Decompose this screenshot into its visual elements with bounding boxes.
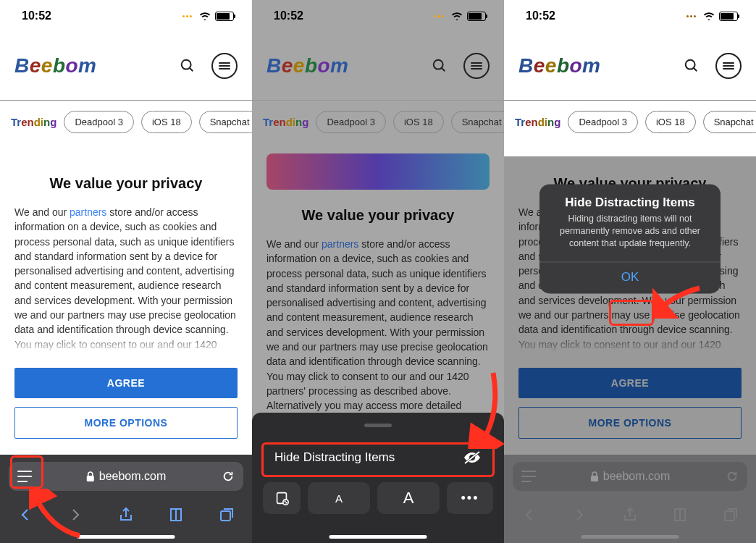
url-bar: beebom.com [513, 462, 747, 491]
battery-icon [215, 12, 234, 21]
hide-distracting-label: Hide Distracting Items [274, 450, 395, 465]
hamburger-menu-icon[interactable] [715, 53, 742, 79]
reader-button [521, 471, 536, 482]
trending-pill[interactable]: iOS 18 [141, 111, 192, 133]
search-icon[interactable] [679, 53, 705, 79]
bookmarks-icon[interactable] [168, 506, 185, 523]
trending-pill[interactable]: Deadpool 3 [64, 111, 134, 133]
share-icon [621, 506, 639, 523]
svg-line-1 [190, 68, 193, 72]
hamburger-menu-icon[interactable] [211, 53, 238, 79]
search-icon[interactable] [175, 53, 201, 79]
tabs-icon [722, 506, 739, 523]
font-larger-button[interactable]: A [377, 482, 440, 514]
status-bar: 10:52 [504, 0, 756, 32]
wifi-icon [703, 12, 715, 20]
more-options-button[interactable]: MORE OPTIONS [518, 407, 742, 439]
phone-3: 10:52 Beebom Trending Deadpool 3 iOS 18 … [504, 0, 756, 543]
forward-icon [571, 506, 588, 523]
share-icon[interactable] [117, 506, 135, 523]
site-logo[interactable]: Beebom [518, 54, 601, 77]
page-header: Beebom [504, 32, 756, 101]
status-time: 10:52 [22, 9, 51, 22]
lock-icon [86, 471, 95, 481]
trending-pill[interactable]: iOS 18 [645, 111, 696, 133]
bookmarks-icon [672, 506, 689, 523]
status-time: 10:52 [526, 9, 555, 22]
home-indicator[interactable] [329, 535, 427, 539]
status-bar: 10:52 [252, 0, 504, 32]
tabs-icon[interactable] [218, 506, 235, 523]
safari-bottom-bar: beebom.com [504, 455, 756, 543]
status-bar: 10:52 [0, 0, 252, 32]
trending-bar: Trending Deadpool 3 iOS 18 Snapchat R [0, 101, 252, 143]
home-indicator[interactable] [77, 535, 175, 539]
more-button[interactable]: ••• [447, 482, 493, 514]
svg-rect-2 [87, 476, 94, 481]
svg-point-12 [686, 60, 695, 70]
site-logo[interactable]: Beebom [14, 54, 97, 77]
trending-label: Trending [515, 116, 560, 128]
page-header: Beebom [0, 32, 252, 101]
alert-message: Hiding distracting items will not perman… [539, 213, 721, 261]
eye-slash-icon [463, 450, 482, 465]
reader-button[interactable] [17, 471, 32, 482]
url-text: beebom.com [99, 470, 167, 483]
battery-icon [467, 12, 486, 21]
svg-line-13 [694, 68, 697, 72]
reader-bottom-sheet: Hide Distracting Items A A ••• [252, 413, 504, 543]
font-smaller-button[interactable]: A [308, 482, 370, 514]
svg-point-10 [283, 500, 288, 505]
safari-bottom-bar: beebom.com [0, 455, 252, 543]
privacy-title: We value your privacy [14, 175, 238, 192]
battery-icon [719, 12, 738, 21]
phone-1: 10:52 Beebom Trending Deadpool 3 iOS 18 … [0, 0, 252, 543]
svg-rect-14 [591, 476, 598, 481]
url-bar[interactable]: beebom.com [9, 462, 243, 491]
url-text: beebom.com [603, 470, 671, 483]
lock-icon [590, 471, 599, 481]
wifi-icon [199, 12, 211, 20]
trending-pill[interactable]: Snapchat [199, 111, 252, 133]
home-indicator[interactable] [581, 535, 679, 539]
back-icon[interactable] [17, 506, 34, 523]
trending-pill[interactable]: Deadpool 3 [568, 111, 638, 133]
privacy-consent-panel: We value your privacy We and our partner… [0, 156, 252, 455]
agree-button[interactable]: AGREE [14, 368, 238, 398]
reload-icon [726, 470, 739, 483]
forward-icon [67, 506, 84, 523]
trending-pill[interactable]: Snapchat [703, 111, 756, 133]
agree-button[interactable]: AGREE [518, 368, 742, 398]
alert-title: Hide Distracting Items [539, 184, 721, 213]
trending-label: Trending [11, 116, 56, 128]
svg-rect-3 [221, 511, 230, 521]
status-time: 10:52 [274, 9, 303, 22]
listen-button[interactable] [263, 482, 301, 514]
reload-icon[interactable] [222, 470, 235, 483]
back-icon [521, 506, 538, 523]
wifi-icon [451, 12, 463, 20]
sheet-handle[interactable] [364, 424, 392, 427]
more-options-button[interactable]: MORE OPTIONS [14, 407, 238, 439]
svg-point-0 [182, 60, 191, 70]
hide-distracting-row[interactable]: Hide Distracting Items [263, 440, 493, 475]
svg-rect-15 [725, 511, 734, 521]
partners-link[interactable]: partners [70, 206, 106, 218]
trending-bar: Trending Deadpool 3 iOS 18 Snapchat [504, 101, 756, 143]
alert-ok-button[interactable]: OK [539, 262, 721, 294]
alert-dialog: Hide Distracting Items Hiding distractin… [539, 184, 721, 293]
phone-2: 10:52 Beebom Trending Deadpool 3 iOS 18 … [252, 0, 504, 543]
privacy-body: We and our partners store and/or access … [14, 205, 238, 355]
